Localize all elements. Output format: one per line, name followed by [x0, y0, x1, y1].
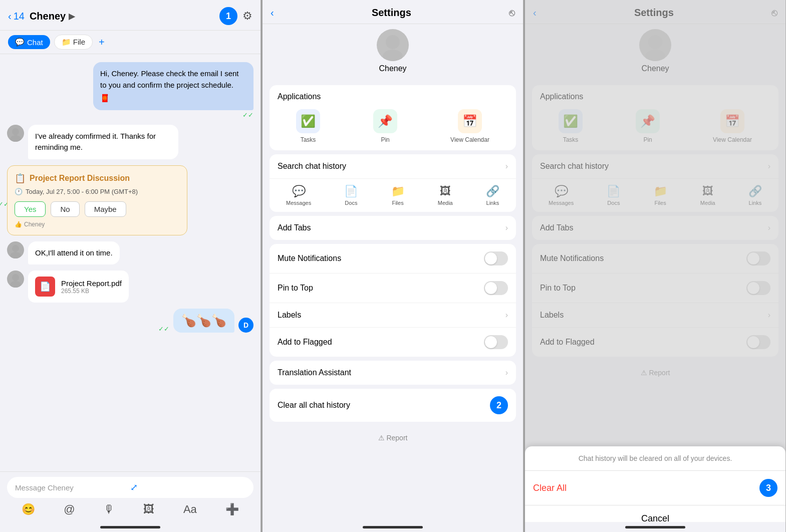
- home-indicator-3: [525, 522, 785, 532]
- msg-text-2: I've already comfirmed it. Thanks for re…: [35, 132, 156, 152]
- settings-panel-3: ‹ Settings ⎋ Cheney Applications ✅ Tasks…: [525, 0, 786, 532]
- settings-panel-2: ‹ Settings ⎋ Cheney Applications ✅ Tasks…: [263, 0, 523, 532]
- add-tab-button[interactable]: +: [99, 37, 105, 48]
- clear-row-2[interactable]: Clear all chat history 2: [270, 389, 516, 422]
- search-links-2[interactable]: 🔗 Links: [486, 185, 499, 206]
- translation-chevron-2: ›: [505, 368, 508, 377]
- links-icon-2: 🔗: [486, 185, 499, 198]
- clock-icon: 🕐: [15, 188, 23, 195]
- clear-message-3: Chat history will be cleared on all of y…: [525, 446, 785, 471]
- message-placeholder[interactable]: Message Cheney: [15, 483, 130, 492]
- search-section-2: Search chat history › 💬 Messages 📄 Docs …: [270, 154, 516, 212]
- expand-icon[interactable]: ⤢: [130, 482, 245, 493]
- mute-toggle-2[interactable]: [484, 251, 508, 265]
- profile-avatar-2: [377, 29, 409, 61]
- files-icon-2: 📁: [391, 185, 405, 198]
- add-tabs-row-2[interactable]: Add Tabs ›: [270, 216, 516, 240]
- search-docs-2[interactable]: 📄 Docs: [344, 185, 358, 206]
- share-button-2[interactable]: ⎋: [509, 7, 515, 19]
- home-bar: [100, 526, 160, 528]
- search-icons-2: 💬 Messages 📄 Docs 📁 Files 🖼 Media 🔗: [270, 179, 516, 212]
- settings-body-2: Cheney Applications ✅ Tasks 📌 Pin 📅 View…: [263, 24, 523, 522]
- message-out-emoji: ✓✓ 🍗🍗🍗 D: [7, 309, 253, 333]
- settings-header-2: ‹ Settings ⎋: [263, 0, 523, 24]
- report-label-2: ⚠ Report: [378, 434, 408, 442]
- calendar-icon-2: 📅: [458, 109, 482, 133]
- docs-label-2: Docs: [345, 200, 357, 206]
- thumbs-icon: 👍: [15, 221, 22, 228]
- app-calendar-2[interactable]: 📅 View Calendar: [450, 109, 489, 143]
- calendar-label-2: View Calendar: [450, 136, 489, 143]
- home-indicator-2: [263, 522, 523, 532]
- app-tasks-2[interactable]: ✅ Tasks: [296, 109, 320, 143]
- image-button[interactable]: 🖼: [143, 503, 154, 516]
- text-button[interactable]: Aa: [183, 503, 197, 516]
- report-section-2[interactable]: ⚠ Report: [263, 426, 523, 450]
- pin-icon-2: 📌: [373, 109, 397, 133]
- more-button[interactable]: ➕: [225, 503, 239, 516]
- search-label-2: Search chat history: [278, 162, 346, 171]
- profile-name-2: Cheney: [379, 64, 406, 73]
- chat-title: Cheney ▶: [30, 11, 75, 22]
- svg-point-3: [10, 252, 21, 258]
- app-pin-2[interactable]: 📌 Pin: [373, 109, 397, 143]
- message-out-1: Hi, Cheney. Please check the email I sen…: [7, 62, 253, 119]
- flagged-label-2: Add to Flagged: [278, 338, 332, 347]
- maybe-button[interactable]: Maybe: [85, 201, 126, 217]
- chat-messages: Hi, Cheney. Please check the email I sen…: [0, 54, 260, 471]
- msg-emoji-1: 🧧: [100, 93, 246, 104]
- chat-tab-icon: 💬: [15, 38, 25, 47]
- toggles-section-2: Mute Notifications Pin to Top Labels › A…: [270, 244, 516, 357]
- avatar-1: [7, 125, 24, 142]
- event-user-name: Cheney: [24, 221, 45, 228]
- messages-icon-2: 💬: [292, 185, 306, 198]
- settings-back-2[interactable]: ‹: [271, 7, 274, 19]
- msg-text-1: Hi, Cheney. Please check the email I sen…: [100, 69, 239, 89]
- settings-button[interactable]: ⚙: [242, 10, 252, 23]
- labels-chevron-2: ›: [505, 311, 508, 320]
- add-tabs-label-2: Add Tabs: [278, 223, 311, 232]
- search-media-2[interactable]: 🖼 Media: [438, 185, 453, 206]
- pin-toggle-2[interactable]: [484, 281, 508, 295]
- clear-all-label-3: Clear All: [533, 483, 567, 493]
- translation-row-2[interactable]: Translation Assistant ›: [270, 361, 516, 385]
- apps-section-2: Applications ✅ Tasks 📌 Pin 📅 View Calend…: [270, 85, 516, 150]
- tab-file[interactable]: 📁 File: [54, 35, 93, 50]
- yes-button[interactable]: Yes: [15, 201, 46, 217]
- flagged-toggle-2[interactable]: [484, 335, 508, 349]
- back-button[interactable]: ‹ 14: [8, 11, 25, 22]
- clear-section-2: Clear all chat history 2: [270, 389, 516, 422]
- file-card[interactable]: 📄 Project Report.pdf 265.55 KB: [28, 271, 129, 303]
- files-label-2: Files: [392, 200, 403, 206]
- search-files-2[interactable]: 📁 Files: [391, 185, 405, 206]
- clear-all-button-3[interactable]: Clear All 3: [525, 471, 785, 505]
- pin-label-2: Pin: [381, 136, 389, 143]
- translation-label-2: Translation Assistant: [278, 368, 351, 377]
- read-check-1: ✓✓: [242, 111, 253, 119]
- emoji-button[interactable]: 😊: [22, 503, 35, 516]
- search-messages-2[interactable]: 💬 Messages: [286, 185, 311, 206]
- event-time: 🕐 Today, Jul 27, 5:00 - 6:00 PM (GMT+8): [15, 188, 180, 195]
- toolbar-row: 😊 @ 🎙 🖼 Aa ➕: [7, 502, 253, 517]
- svg-point-4: [12, 274, 19, 281]
- svg-point-0: [12, 128, 19, 135]
- tasks-label-2: Tasks: [301, 136, 316, 143]
- search-row-2[interactable]: Search chat history ›: [270, 154, 516, 179]
- voice-button[interactable]: 🎙: [104, 503, 115, 516]
- profile-section-2: Cheney: [263, 24, 523, 81]
- apps-row-2: ✅ Tasks 📌 Pin 📅 View Calendar: [270, 104, 516, 150]
- file-message: 📄 Project Report.pdf 265.55 KB: [7, 271, 253, 303]
- badge-2: 2: [490, 396, 508, 414]
- messages-label-2: Messages: [286, 200, 311, 206]
- labels-row-2[interactable]: Labels ›: [270, 303, 516, 328]
- emoji-check: ✓✓: [158, 325, 169, 333]
- message-in-1: I've already comfirmed it. Thanks for re…: [7, 125, 253, 159]
- mention-button[interactable]: @: [64, 503, 75, 516]
- event-card-container: ✓✓ 📋 Project Report Discussion 🕐 Today, …: [7, 165, 253, 235]
- message-in-2: OK,I'll attend it on time.: [7, 241, 253, 265]
- docs-icon-2: 📄: [344, 185, 358, 198]
- tab-chat[interactable]: 💬 Chat: [8, 35, 50, 49]
- svg-point-6: [386, 35, 400, 49]
- no-button[interactable]: No: [51, 201, 79, 217]
- bubble-out-1: Hi, Cheney. Please check the email I sen…: [93, 62, 253, 110]
